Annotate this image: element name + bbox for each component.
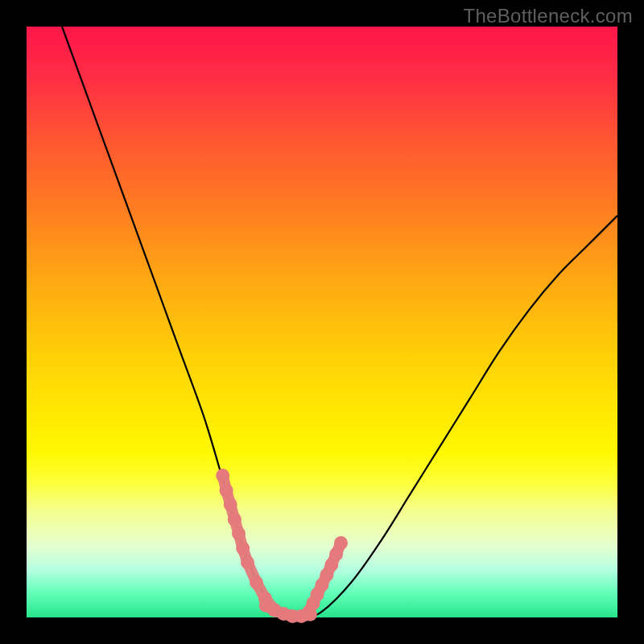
bottleneck-curve [62, 27, 617, 618]
chart-svg [27, 27, 617, 617]
highlight-left-dot [232, 526, 246, 540]
highlight-right-dot [334, 536, 348, 550]
highlight-left-dot [224, 497, 237, 511]
highlight-left-dot [250, 576, 263, 589]
watermark-text: TheBottleneck.com [463, 5, 633, 27]
highlight-left-dot [241, 555, 254, 569]
highlight-left-dot [236, 542, 250, 555]
highlight-left-dot [228, 513, 242, 526]
highlight-left-dot [216, 469, 229, 482]
plot-area [27, 27, 617, 617]
outer-frame: TheBottleneck.com [0, 0, 644, 644]
highlight-left-dot [220, 484, 233, 497]
